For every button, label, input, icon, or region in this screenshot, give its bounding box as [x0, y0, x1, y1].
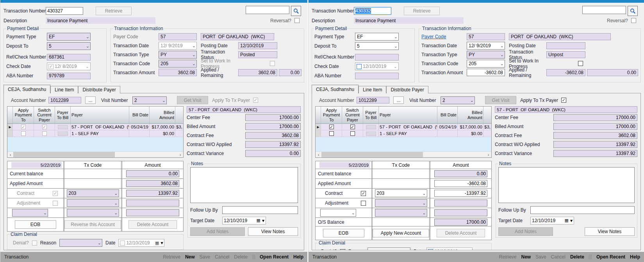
transaction-code-select[interactable]: 205⌄ [467, 60, 505, 68]
apply-payment-checkbox[interactable] [329, 125, 334, 129]
account-number-field[interactable]: 1012289 [48, 97, 81, 103]
switch-payer-checkbox[interactable] [350, 131, 355, 136]
aba-number-field[interactable]: 979789 [47, 73, 91, 79]
table-row[interactable]: 1 - SELF PAY $0.00 [7, 130, 183, 137]
scrollbar-track[interactable] [13, 152, 177, 157]
apply-to-tx-payer-checkbox[interactable] [561, 98, 566, 103]
description-field[interactable]: Insurance Payment [354, 17, 464, 24]
transaction-amount-field[interactable]: 3602.08 [159, 69, 197, 76]
denial-reason-select[interactable]: ⌄ [367, 248, 410, 250]
reversal-checkbox[interactable] [631, 18, 636, 23]
search-input[interactable] [582, 6, 626, 14]
contract-checkbox[interactable] [361, 191, 366, 196]
get-visit-button[interactable]: Get Visit [485, 96, 516, 104]
transaction-type-select[interactable]: PY⌄ [159, 51, 197, 59]
scrollbar-thumb[interactable] [13, 152, 115, 157]
adjustment-code-select[interactable]: ⌄ [67, 199, 119, 207]
retrieve-button[interactable]: Retrieve [96, 7, 132, 15]
search-input[interactable] [246, 6, 289, 14]
adjustment-code-select[interactable]: ⌄ [375, 199, 427, 207]
scroll-left-arrow[interactable]: ‹ [7, 152, 13, 157]
tab-distribute-payer[interactable]: Distribute Payer [78, 86, 120, 93]
apply-payment-checkbox[interactable] [21, 125, 26, 129]
account-action-button[interactable]: Reverse this Account [64, 220, 121, 229]
extra-amount-value[interactable] [126, 209, 179, 216]
visit-number-select[interactable]: 2⌄ [441, 96, 475, 104]
add-notes-button[interactable]: Add Notes [498, 227, 553, 236]
tab-line-item[interactable]: Line Item [359, 86, 386, 93]
status-retrieve[interactable]: Retrieve [499, 254, 517, 260]
description-field[interactable]: Insurance Payment [46, 17, 155, 24]
view-notes-button[interactable]: View Notes [585, 227, 635, 236]
transaction-number-input[interactable]: 430327 [46, 7, 83, 15]
status-retrieve[interactable]: Retrieve [163, 254, 180, 260]
ref-check-number-field[interactable] [355, 54, 399, 61]
set-to-wip-checkbox[interactable] [578, 61, 583, 66]
status-help[interactable]: Help [630, 254, 640, 260]
delete-account-button[interactable]: Delete Account [128, 220, 177, 229]
target-date-picker[interactable]: 12/10/2019 ▦▾ [222, 217, 266, 225]
transaction-number-input[interactable]: 430332 [354, 7, 391, 15]
status-new[interactable]: New [521, 254, 531, 260]
extra-code-select[interactable]: ⌄ [375, 209, 427, 217]
view-notes-button[interactable]: View Notes [248, 227, 298, 236]
delete-account-button[interactable]: Delete Account [437, 229, 485, 237]
check-date-picker[interactable]: 12/ 8/2019 ⌄ [47, 62, 91, 70]
payer-code-field[interactable]: 57 [159, 33, 197, 40]
applied-amount-value[interactable]: -3602.08 [434, 180, 487, 187]
eob-button[interactable]: EOB [15, 220, 56, 229]
check-date-checkbox[interactable] [48, 64, 54, 69]
set-to-wip-checkbox[interactable] [270, 61, 275, 66]
apply-to-tx-payer-checkbox[interactable] [253, 98, 258, 103]
status-save[interactable]: Save [200, 254, 210, 260]
visit-number-select[interactable]: 2⌄ [132, 96, 167, 104]
adjustment-checkbox[interactable] [53, 201, 58, 206]
contract-amount-value[interactable]: -13397.92 [434, 190, 487, 197]
adjustment-amount-value[interactable] [126, 200, 179, 207]
apply-payment-checkbox[interactable] [21, 131, 26, 136]
tab-patient[interactable]: CEJA, Sudhanshu [4, 85, 50, 93]
denial-checkbox[interactable] [340, 249, 345, 251]
contract-code-select[interactable]: 203⌄ [375, 189, 427, 197]
status-save[interactable]: Save [535, 254, 546, 260]
check-date-picker[interactable]: 12/10/2019 ⌄ [355, 62, 399, 70]
search-button[interactable] [291, 6, 301, 16]
switch-payer-checkbox[interactable] [42, 125, 47, 129]
tab-line-item[interactable]: Line Item [50, 86, 78, 93]
denial-date-picker[interactable]: 12/10/2019 ▦▾ [118, 239, 164, 247]
target-date-picker[interactable]: 12/10/2019 ▦▾ [530, 217, 574, 225]
deposit-to-select[interactable]: 5⌄ [47, 42, 91, 50]
contract-amount-value[interactable]: 13397.92 [126, 190, 179, 197]
transaction-amount-field[interactable]: -3602.08 [467, 69, 505, 76]
notes-textarea[interactable] [498, 167, 635, 203]
switch-payer-checkbox[interactable] [350, 125, 355, 129]
status-open-recent[interactable]: Open Recent [260, 254, 289, 260]
eob-button[interactable]: EOB [323, 229, 364, 237]
transaction-type-select[interactable]: PY⌄ [467, 51, 505, 59]
extra-code-select[interactable]: ⌄ [67, 209, 119, 217]
denial-date-checkbox[interactable] [120, 241, 125, 246]
account-lookup-button[interactable]: ... [85, 96, 96, 104]
payment-type-select[interactable]: EF⌄ [47, 33, 91, 41]
denial-checkbox[interactable] [32, 241, 37, 246]
contract-code-select[interactable]: 203⌄ [67, 189, 119, 197]
deposit-to-select[interactable]: 5⌄ [355, 42, 399, 50]
adjustment-amount-value[interactable] [434, 200, 487, 207]
follow-up-by-input[interactable] [530, 206, 635, 214]
account-lookup-button[interactable]: ... [393, 96, 404, 104]
status-new[interactable]: New [185, 254, 195, 260]
table-row[interactable]: 1 - SELF PAY $0.00 [316, 130, 491, 137]
scroll-left-arrow[interactable]: ‹ [316, 152, 321, 157]
extra-amount-value[interactable] [434, 209, 487, 216]
denial-date-picker[interactable]: 12/10/2019 ▦▾ [426, 248, 473, 250]
transaction-code-select[interactable]: 205⌄ [159, 60, 197, 68]
scrollbar-thumb[interactable] [321, 152, 423, 157]
transaction-date-picker[interactable]: 12/ 9/2019⌄ [467, 42, 505, 50]
contract-checkbox[interactable] [53, 191, 58, 196]
account-number-field[interactable]: 1012289 [357, 97, 389, 103]
status-cancel[interactable]: Cancel [215, 254, 229, 260]
status-delete[interactable]: Delete [234, 254, 248, 260]
payment-type-select[interactable]: EF⌄ [355, 33, 399, 41]
status-cancel[interactable]: Cancel [551, 254, 566, 260]
add-notes-button[interactable]: Add Notes [190, 227, 245, 236]
